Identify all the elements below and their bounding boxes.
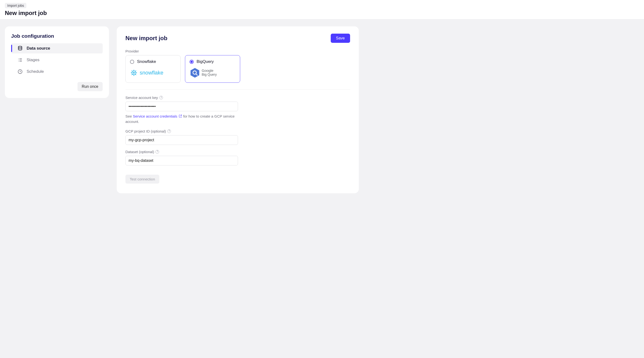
svg-point-5 [18, 60, 19, 60]
provider-label: Provider [126, 49, 350, 53]
svg-point-6 [18, 61, 19, 62]
svg-rect-8 [133, 72, 135, 74]
help-icon[interactable]: ? [167, 129, 171, 133]
service-key-input[interactable] [126, 102, 238, 111]
help-icon[interactable]: ? [156, 150, 159, 154]
service-key-label: Service account key [126, 95, 158, 100]
test-connection-button: Test connection [126, 175, 159, 184]
project-id-input[interactable] [126, 135, 238, 145]
external-link-icon [179, 114, 182, 118]
provider-option-bigquery[interactable]: BigQuery Google Big Query [185, 55, 240, 83]
svg-point-0 [18, 46, 22, 48]
service-credentials-link[interactable]: Service account credentials [133, 114, 182, 118]
form-title: New import job [126, 35, 167, 42]
radio-icon [130, 60, 134, 64]
sidebar-item-stages[interactable]: Stages [11, 55, 103, 65]
field-dataset: Dataset (optional) ? [126, 150, 350, 165]
field-gcp-project-id: GCP project ID (optional) ? [126, 129, 350, 145]
dataset-label: Dataset (optional) [126, 150, 154, 154]
breadcrumb[interactable]: Import jobs [5, 3, 26, 8]
radio-icon [190, 60, 194, 64]
sidebar-item-label: Schedule [27, 69, 44, 74]
page-title: New import job [5, 10, 639, 16]
clock-icon [18, 69, 23, 74]
list-icon [18, 57, 23, 63]
provider-options: Snowflake [126, 55, 350, 83]
save-button[interactable]: Save [331, 34, 350, 43]
sidebar-item-label: Data source [27, 46, 50, 51]
service-key-hint: See Service account credentials for how … [126, 114, 239, 124]
page-body: Job configuration Data source [0, 19, 644, 358]
database-icon [18, 46, 23, 51]
run-once-button[interactable]: Run once [78, 82, 103, 91]
sidebar-item-data-source[interactable]: Data source [11, 43, 103, 53]
job-config-title: Job configuration [11, 33, 103, 39]
provider-name: BigQuery [196, 59, 214, 64]
help-icon[interactable]: ? [159, 96, 163, 99]
field-service-account-key: Service account key ? See Service accoun… [126, 95, 350, 124]
job-config-nav: Data source Stages [11, 43, 103, 77]
snowflake-logo: snowflake [130, 67, 176, 78]
dataset-input[interactable] [126, 156, 238, 165]
divider [126, 89, 350, 90]
svg-text:Big Query: Big Query [202, 72, 217, 76]
provider-name: Snowflake [137, 59, 156, 64]
svg-point-4 [18, 58, 19, 59]
svg-text:snowflake: snowflake [140, 70, 164, 76]
page-header: Import jobs New import job [0, 0, 644, 19]
sidebar-item-label: Stages [27, 57, 40, 62]
provider-option-snowflake[interactable]: Snowflake [126, 55, 180, 83]
bigquery-logo: Google Big Query [190, 67, 236, 78]
sidebar-item-schedule[interactable]: Schedule [11, 66, 103, 77]
import-job-form: New import job Save Provider Snowflake [117, 26, 359, 193]
svg-marker-10 [190, 68, 199, 78]
job-config-card: Job configuration Data source [5, 26, 109, 98]
project-id-label: GCP project ID (optional) [126, 129, 166, 133]
svg-text:Google: Google [202, 68, 213, 72]
